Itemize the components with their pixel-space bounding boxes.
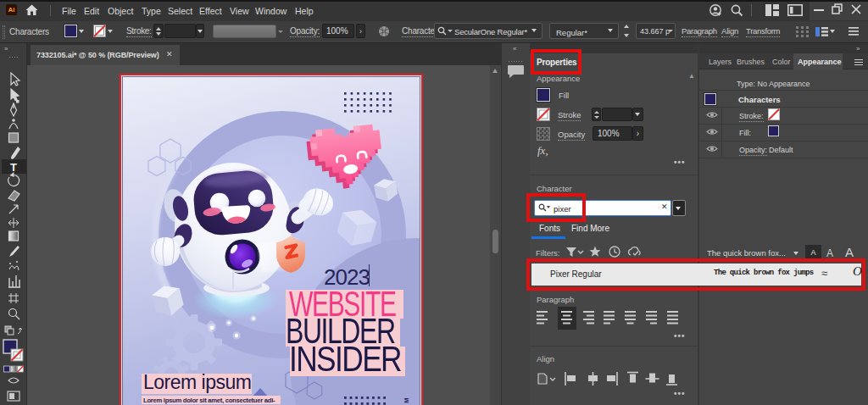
svg-text:T: T xyxy=(10,161,17,174)
